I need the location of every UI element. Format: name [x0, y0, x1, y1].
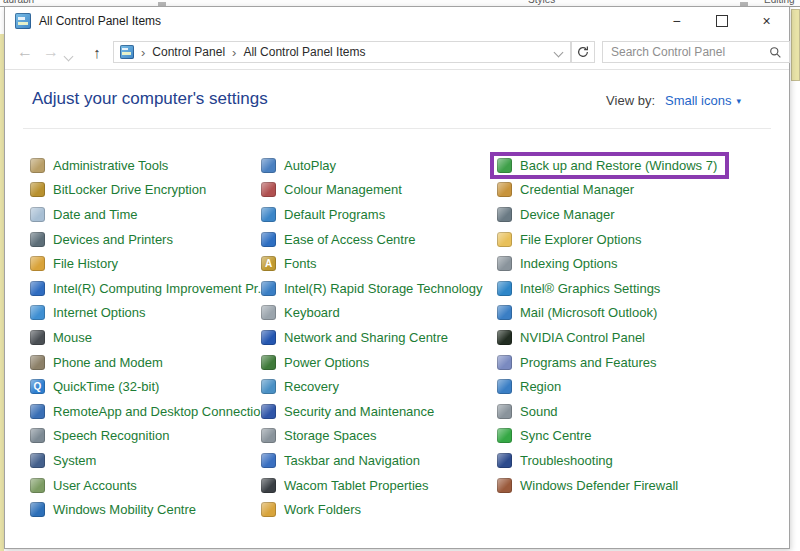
minimize-button[interactable]: − [654, 7, 699, 35]
item-label: Default Programs [284, 207, 385, 222]
sound-icon [497, 404, 512, 419]
back-button[interactable]: ← [13, 40, 37, 64]
item-label: RemoteApp and Desktop Connections [53, 404, 274, 419]
item-label: QuickTime (32-bit) [53, 379, 159, 394]
item-label: Programs and Features [520, 355, 657, 370]
remoteapp-and-desktop-connections-icon [30, 404, 45, 419]
item-file-history[interactable]: File History [30, 251, 118, 276]
back-up-and-restore-windows-7-icon [497, 158, 512, 173]
items-column-1: Administrative ToolsBitLocker Drive Encr… [30, 153, 274, 522]
item-label: Credential Manager [520, 182, 634, 197]
close-button[interactable]: × [744, 7, 789, 35]
security-and-maintenance-icon [261, 404, 276, 419]
item-credential-manager[interactable]: Credential Manager [497, 178, 634, 203]
item-file-explorer-options[interactable]: File Explorer Options [497, 227, 641, 252]
item-troubleshooting[interactable]: Troubleshooting [497, 448, 613, 473]
search-icon[interactable] [769, 46, 782, 59]
item-mouse[interactable]: Mouse [30, 325, 92, 350]
close-icon: × [762, 13, 770, 29]
item-intel-graphics-settings[interactable]: Intel® Graphics Settings [497, 276, 660, 301]
item-intel-r-computing-improvement-pr[interactable]: Intel(R) Computing Improvement Pr... [30, 276, 268, 301]
item-power-options[interactable]: Power Options [261, 350, 369, 375]
control-panel-window-icon [15, 13, 31, 29]
item-programs-and-features[interactable]: Programs and Features [497, 350, 657, 375]
breadcrumb-control-panel[interactable]: Control Panel [152, 45, 225, 59]
navigation-bar: ← → ↑ › Control Panel › All Control Pane… [5, 35, 789, 70]
back-icon: ← [17, 43, 33, 61]
system-icon [30, 453, 45, 468]
ribbon-fragment-left: aurabh [3, 0, 34, 5]
item-speech-recognition[interactable]: Speech Recognition [30, 424, 169, 449]
item-internet-options[interactable]: Internet Options [30, 301, 146, 326]
search-box [602, 41, 790, 63]
item-back-up-and-restore-windows-7[interactable]: Back up and Restore (Windows 7) [497, 153, 717, 178]
item-sync-centre[interactable]: Sync Centre [497, 424, 592, 449]
credential-manager-icon [497, 182, 512, 197]
header-divider [23, 128, 771, 129]
item-label: Troubleshooting [520, 453, 613, 468]
address-dropdown-icon[interactable] [554, 47, 564, 57]
item-sound[interactable]: Sound [497, 399, 558, 424]
item-device-manager[interactable]: Device Manager [497, 202, 615, 227]
breadcrumb-all-control-panel-items[interactable]: All Control Panel Items [243, 45, 365, 59]
item-fonts[interactable]: AFonts [261, 251, 317, 276]
item-storage-spaces[interactable]: Storage Spaces [261, 424, 377, 449]
item-autoplay[interactable]: AutoPlay [261, 153, 336, 178]
address-bar[interactable]: › Control Panel › All Control Panel Item… [113, 41, 571, 63]
item-windows-mobility-centre[interactable]: Windows Mobility Centre [30, 497, 196, 522]
window-controls: − × [654, 7, 789, 35]
item-label: Ease of Access Centre [284, 232, 416, 247]
view-by-dropdown[interactable]: Small icons ▾ [665, 93, 741, 108]
windows-defender-firewall-icon [497, 478, 512, 493]
page-title: Adjust your computer's settings [32, 89, 268, 109]
item-region[interactable]: Region [497, 374, 561, 399]
recent-locations-button[interactable] [65, 46, 79, 60]
fonts-icon: A [261, 256, 276, 271]
item-administrative-tools[interactable]: Administrative Tools [30, 153, 168, 178]
item-mail-microsoft-outlook[interactable]: Mail (Microsoft Outlook) [497, 301, 657, 326]
up-button[interactable]: ↑ [85, 40, 109, 64]
item-intel-r-rapid-storage-technology[interactable]: Intel(R) Rapid Storage Technology [261, 276, 483, 301]
item-network-and-sharing-centre[interactable]: Network and Sharing Centre [261, 325, 448, 350]
refresh-button[interactable] [571, 41, 595, 63]
item-label: Colour Management [284, 182, 402, 197]
item-bitlocker-drive-encryption[interactable]: BitLocker Drive Encryption [30, 178, 206, 203]
items-column-2: AutoPlayColour ManagementDefault Program… [261, 153, 483, 522]
item-ease-of-access-centre[interactable]: Ease of Access Centre [261, 227, 416, 252]
up-icon: ↑ [93, 44, 101, 61]
item-label: Region [520, 379, 561, 394]
item-devices-and-printers[interactable]: Devices and Printers [30, 227, 173, 252]
item-indexing-options[interactable]: Indexing Options [497, 251, 618, 276]
date-and-time-icon [30, 207, 45, 222]
item-recovery[interactable]: Recovery [261, 374, 339, 399]
storage-spaces-icon [261, 428, 276, 443]
item-remoteapp-and-desktop-connections[interactable]: RemoteApp and Desktop Connections [30, 399, 274, 424]
item-quicktime-32-bit[interactable]: QQuickTime (32-bit) [30, 374, 159, 399]
item-label: File Explorer Options [520, 232, 641, 247]
item-taskbar-and-navigation[interactable]: Taskbar and Navigation [261, 448, 420, 473]
control-panel-icon [120, 45, 134, 59]
maximize-button[interactable] [699, 7, 744, 35]
item-keyboard[interactable]: Keyboard [261, 301, 340, 326]
item-nvidia-control-panel[interactable]: NVIDIA Control Panel [497, 325, 645, 350]
item-phone-and-modem[interactable]: Phone and Modem [30, 350, 163, 375]
item-windows-defender-firewall[interactable]: Windows Defender Firewall [497, 473, 678, 498]
item-label: File History [53, 256, 118, 271]
forward-button[interactable]: → [39, 40, 63, 64]
minimize-icon: − [672, 13, 680, 29]
control-panel-window: All Control Panel Items − × ← → ↑ › Cont… [4, 6, 790, 549]
ease-of-access-centre-icon [261, 232, 276, 247]
windows-mobility-centre-icon [30, 502, 45, 517]
item-system[interactable]: System [30, 448, 96, 473]
item-work-folders[interactable]: Work Folders [261, 497, 361, 522]
item-user-accounts[interactable]: User Accounts [30, 473, 137, 498]
search-input[interactable] [603, 45, 765, 59]
item-default-programs[interactable]: Default Programs [261, 202, 385, 227]
item-label: Internet Options [53, 305, 146, 320]
item-colour-management[interactable]: Colour Management [261, 178, 402, 203]
item-label: Keyboard [284, 305, 340, 320]
item-label: Intel® Graphics Settings [520, 281, 660, 296]
item-security-and-maintenance[interactable]: Security and Maintenance [261, 399, 434, 424]
item-date-and-time[interactable]: Date and Time [30, 202, 138, 227]
item-wacom-tablet-properties[interactable]: Wacom Tablet Properties [261, 473, 429, 498]
